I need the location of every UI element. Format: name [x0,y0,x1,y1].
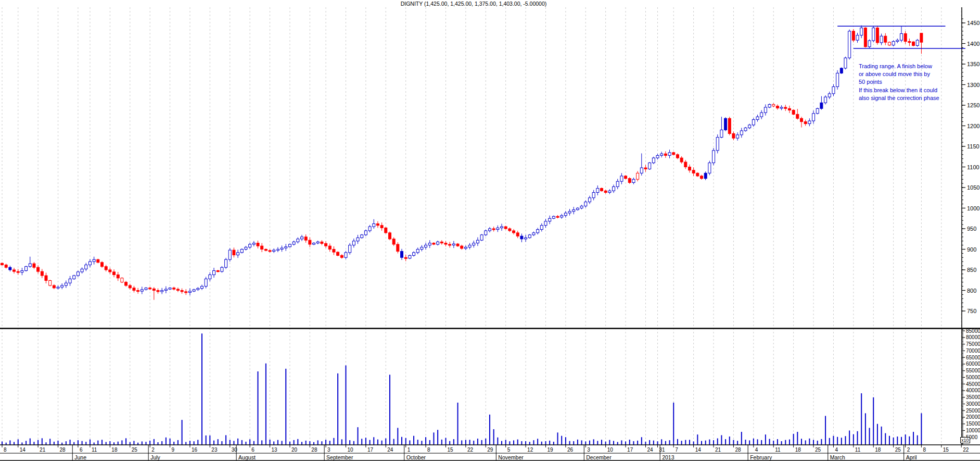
candle-down [680,158,683,162]
week-tick-label: 2 [907,447,910,453]
candle-down [461,246,463,248]
candle-down [456,244,459,246]
candle-up [916,40,919,45]
candle-up [361,235,363,238]
month-label: April [906,454,917,460]
candle-down [672,153,675,155]
candle-up [568,211,571,213]
week-tick-label: 20 [291,447,298,453]
week-tick-label: 16 [192,447,198,453]
candle-up [437,242,439,244]
candle-up [860,28,863,35]
week-tick-label: 28 [60,447,66,453]
candle-down [5,265,7,268]
candle-down [41,271,43,276]
candle-up [620,176,623,181]
candle-up [736,135,739,138]
candle-up [528,235,531,238]
candle-up [249,244,251,247]
candle-up [880,36,883,43]
candle-up [840,68,843,73]
candle-down [97,259,99,263]
candle-down [117,275,119,278]
candle-up [540,226,543,230]
volume-axis-label: 50000 [966,375,980,380]
volume-axis-label: 60000 [966,361,980,367]
candle-up [57,287,59,288]
month-label: June [74,454,86,460]
candle-down [37,267,40,271]
candle-up [413,253,415,256]
candle-up [828,94,831,97]
candle-up [520,236,523,239]
month-label: July [150,454,160,460]
price-axis-label: 1250 [967,102,979,108]
week-tick-label: 8 [4,447,7,453]
candle-up [464,247,467,248]
candle-up [252,243,255,244]
candle-up [768,104,771,107]
candle-up [592,192,595,197]
candle-up [708,163,711,173]
candle-down [604,191,607,192]
volume-axis-label: 70000 [966,348,980,354]
candle-down [185,292,187,293]
price-axis-label: 750 [967,308,976,314]
price-axis-label: 1200 [967,123,979,129]
candle-up [209,275,211,279]
candle-down [105,267,107,270]
week-tick-label: 8 [427,447,430,453]
candle-up [21,271,23,272]
candle-up [668,153,671,156]
candle-up [164,289,167,290]
week-tick-label: 5 [507,447,511,453]
price-axis-label: 1100 [967,164,979,170]
month-label: November [498,454,524,460]
candle-down [13,270,16,271]
candle-down [157,291,159,292]
candle-up [752,120,755,125]
candle-down [173,288,175,289]
candle-up [169,288,171,289]
candle-up [25,267,28,271]
candle-up [65,283,67,285]
week-tick-label: 4 [755,447,758,453]
candle-down [516,233,519,236]
candle-up [69,279,71,283]
candle-down [920,33,923,42]
week-tick-label: 18 [875,447,881,453]
price-axis-label: 1350 [967,61,979,67]
week-tick-label: 6 [80,447,83,453]
price-axis-label: 850 [967,267,976,273]
candle-down [644,168,647,169]
week-tick-label: 24 [387,447,393,453]
price-volume-plot[interactable]: 1450140013501300125012001150110010501000… [0,0,980,461]
candle-up [616,181,619,186]
candle-down [508,229,511,231]
candle-down [133,288,135,291]
chart-window: 1450140013501300125012001150110010501000… [0,0,980,461]
week-tick-label: 18 [111,447,118,453]
candle-up [724,118,727,130]
candle-down [625,176,627,179]
candle-up [452,244,455,245]
candle-down [333,250,335,253]
candle-down [601,189,603,191]
candle-down [884,36,887,42]
candle-up [409,255,411,258]
candle-up [237,253,239,255]
week-tick-label: 14 [695,447,702,453]
candle-up [832,86,835,93]
candle-down [17,271,19,272]
week-tick-label: 2 [151,447,155,453]
month-label: 2013 [662,454,674,460]
candle-down [53,285,55,288]
candle-up [352,241,355,245]
candle-up [572,210,575,211]
candle-down [152,289,155,290]
candle-up [297,239,299,242]
candle-up [468,245,471,247]
week-tick-label: 13 [272,447,278,453]
chart-title: DIGNITY (1,425.00, 1,425.00, 1,375.00, 1… [317,1,630,7]
candle-down [908,42,911,43]
